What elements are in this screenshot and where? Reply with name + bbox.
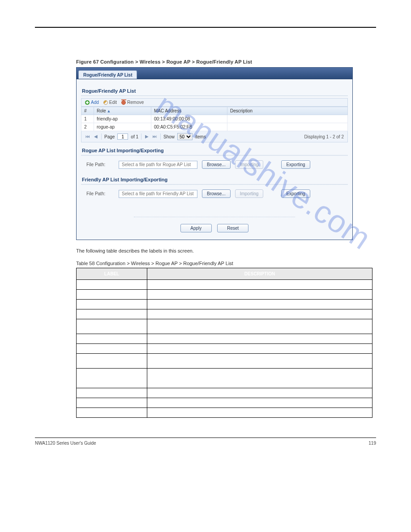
cell-desc [227,123,348,131]
tab-rogue-friendly[interactable]: Rogue/Friendly AP List [78,70,137,79]
cell-index: 1 [81,115,94,123]
exporting-button[interactable]: Exporting [281,189,310,198]
add-button[interactable]: Add [85,100,99,105]
divider [81,155,348,156]
desc-col-desc: DESCRIPTION [147,268,372,280]
desc-label: Reset [77,408,147,418]
cell-role: rogue-ap [94,123,151,131]
file-path-label: File Path: [86,162,114,167]
divider [141,133,141,140]
pager: ⏮ ◀ Page of 1 ▶ ⏭ Show 50 items Displayi… [81,131,348,142]
edit-label: Edit [109,100,117,105]
show-label: Show [163,134,175,139]
browse-button[interactable]: Browse... [202,189,231,198]
desc-value: Enter the file name and path of the list… [147,369,372,388]
friendly-file-row: File Path: Browse... Importing Exporting [81,187,348,201]
edit-button[interactable]: Edit [103,100,117,105]
col-role[interactable]: Role▲ [94,107,151,115]
divider [81,184,348,185]
col-index[interactable]: # [81,107,94,115]
desc-value: Click Apply to save your changes back to… [147,398,372,408]
desc-label: Apply [77,398,147,408]
desc-col-label: LABEL [77,268,147,280]
plus-icon [85,100,90,105]
desc-value: Click this button to add an AP to the li… [147,280,372,290]
last-page-button[interactable]: ⏭ [152,134,158,139]
app-window: Rogue/Friendly AP List Rogue/Friendly AP… [76,67,353,240]
desc-label: Rogue/Friendly AP List Importing/Exporti… [77,354,147,369]
desc-label: MAC Address [77,334,147,344]
display-range: Displaying 1 - 2 of 2 [304,134,344,139]
cell-mac: 00:13:49:00:00:08 [151,115,227,123]
cell-index: 2 [81,123,94,131]
rogue-file-path-input[interactable] [119,161,197,169]
ap-grid: # Role▲ MAC Address Description 1 friend… [81,107,348,131]
tab-bar: Rogue/Friendly AP List [77,68,352,79]
desc-label: Add [77,280,147,290]
section-title-rogue-ie: Rogue AP List Importing/Exporting [81,145,348,155]
desc-value: Select an AP in the list to edit and rea… [147,290,372,300]
page-top-rule [35,27,376,28]
browse-button[interactable]: Browse... [202,160,231,169]
divider [160,133,161,140]
page-size-select[interactable]: 50 [177,133,193,140]
desc-value: This field displays the AP's description… [147,344,372,354]
desc-value: This field is a sequential value, and it… [147,309,372,319]
prev-page-button[interactable]: ◀ [93,134,98,139]
desc-value: This field indicates whether the selecte… [147,319,372,334]
divider [134,217,295,217]
desc-label: Role [77,319,147,334]
section-title-friendly-ie: Friendly AP List Importing/Exporting [81,174,348,184]
page-label: Page [104,134,115,139]
trash-icon [121,100,126,105]
page-of-label: of 1 [131,134,138,139]
divider [101,133,102,140]
desc-value: Select an AP in the list to remove. [147,300,372,309]
desc-value: Click this button to export the current … [147,388,372,398]
desc-label: Remove [77,300,147,309]
desc-label: Edit [77,290,147,300]
importing-button: Importing [235,189,264,198]
desc-intro-text: The following table describes the labels… [76,248,411,253]
pencil-icon [103,100,108,105]
desc-label: Description [77,344,147,354]
page-footer: NWA1120 Series User's Guide 119 [0,438,411,446]
grid-toolbar: Add Edit Remove [81,98,348,107]
apply-button[interactable]: Apply [180,224,212,232]
table-row[interactable]: 2 rogue-ap 00:A0:C5:F5:02:FB [81,123,348,131]
reset-button[interactable]: Reset [217,224,248,232]
table-caption: Table 58 Configuration > Wireless > Rogu… [76,261,411,266]
desc-label: Exporting [77,388,147,398]
desc-value: These controls allow you to export the c… [147,354,372,369]
friendly-file-path-input[interactable] [119,190,197,198]
rogue-file-row: File Path: Browse... Importing Exporting [81,158,348,172]
next-page-button[interactable]: ▶ [144,134,150,139]
divider [81,95,348,96]
sort-asc-icon: ▲ [107,109,111,113]
footer-guide-title: NWA1120 Series User's Guide [35,441,96,446]
exporting-button[interactable]: Exporting [281,160,310,169]
desc-label: File Path / Browse / Importing [77,369,147,388]
page-number: 119 [368,441,376,446]
cell-mac: 00:A0:C5:F5:02:FB [151,123,227,131]
desc-value: Click Reset to return the screen to its … [147,408,372,418]
remove-button[interactable]: Remove [121,100,144,105]
desc-value: This field indicates the AP's radio MAC … [147,334,372,344]
cell-desc [227,115,348,123]
cell-role: friendly-ap [94,115,151,123]
figure-caption: Figure 67 Configuration > Wireless > Rog… [76,59,411,64]
col-role-label: Role [97,108,106,113]
items-label: items [195,134,206,139]
remove-label: Remove [127,100,144,105]
first-page-button[interactable]: ⏮ [85,134,90,139]
description-table: LABEL DESCRIPTION AddClick this button t… [76,268,372,418]
section-title-list: Rogue/Friendly AP List [81,86,348,95]
page-input[interactable] [117,133,128,140]
col-mac[interactable]: MAC Address [151,107,227,115]
importing-button: Importing [235,160,264,169]
file-path-label: File Path: [86,191,114,196]
desc-label: # [77,309,147,319]
col-desc[interactable]: Description [227,107,348,115]
table-row[interactable]: 1 friendly-ap 00:13:49:00:00:08 [81,115,348,123]
add-label: Add [91,100,99,105]
